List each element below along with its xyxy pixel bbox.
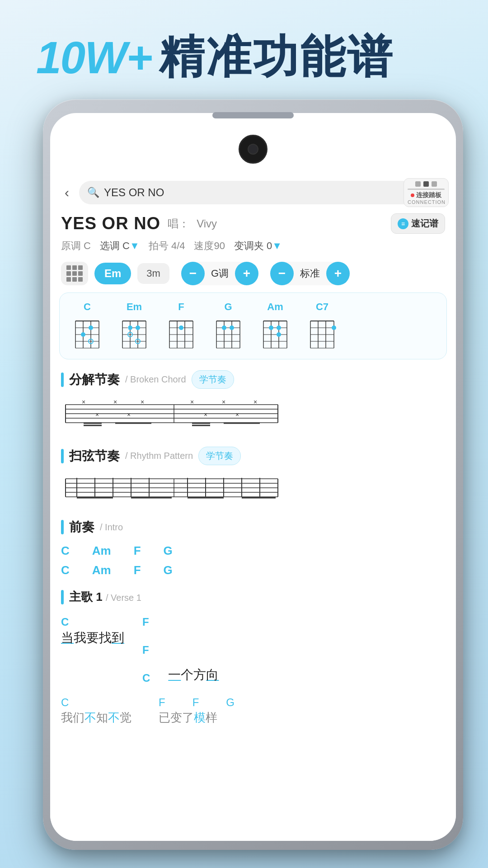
svg-text:1: 1: [127, 326, 129, 330]
standard-control: − 标准 +: [270, 262, 350, 285]
rhythm-title-en: / Rhythm Pattern: [125, 451, 193, 461]
svg-text:×: ×: [222, 398, 225, 406]
quick-memo-icon: ≡: [398, 218, 408, 229]
header-number: 10W+: [36, 32, 152, 84]
chord-item-G[interactable]: G: [208, 301, 249, 353]
g-tune-label: G调: [205, 267, 235, 280]
broken-chord-notation: × × × × × × × × × ×: [61, 394, 445, 435]
chord-item-Em[interactable]: Em 1: [114, 301, 155, 353]
broken-chord-header: 分解节奏 / Broken Chord 学节奏: [50, 366, 456, 392]
chord-item-F[interactable]: F: [161, 301, 202, 353]
lyric-text-dang: 当我要找到: [61, 629, 124, 646]
intro-chord-Am2: Am: [92, 563, 111, 577]
intro-chord-C2: C: [61, 563, 70, 577]
quick-memo-button[interactable]: ≡ 速记谱: [391, 213, 445, 234]
connection-sub: CONNECTION: [408, 199, 445, 205]
standard-label: 标准: [294, 267, 326, 280]
lyric-group-C: C 当我要找到: [61, 615, 124, 646]
svg-point-58: [277, 332, 281, 337]
chord-name-Em: Em: [127, 301, 142, 313]
back-button[interactable]: ‹: [61, 183, 73, 202]
intro-header: 前奏 / Intro: [50, 514, 456, 538]
lyric-group-FF: F F C: [142, 615, 150, 685]
svg-text:×: ×: [204, 411, 207, 418]
chord-diagram-G: [212, 316, 244, 353]
g-tune-minus[interactable]: −: [181, 262, 205, 285]
song-singer-label: 唱：: [168, 217, 189, 231]
svg-text:×: ×: [141, 398, 144, 406]
g-tune-control: − G调 +: [181, 262, 258, 285]
lyric-text-yi: 一个方向: [168, 666, 219, 685]
em-button[interactable]: Em: [94, 263, 131, 284]
connection-text: 连接踏板: [416, 191, 441, 199]
tool-row: Em 3m − G调 + − 标准 +: [50, 257, 456, 290]
connection-widget[interactable]: 连接踏板 CONNECTION: [404, 178, 449, 207]
song-singer: Vivy: [197, 217, 217, 230]
chord-diagram-Am: [259, 316, 291, 353]
quick-memo-text: 速记谱: [411, 217, 438, 230]
svg-text:×: ×: [190, 398, 194, 406]
svg-text:×: ×: [127, 411, 131, 418]
search-box[interactable]: 🔍 YES OR NO ×: [79, 181, 445, 204]
lyric-chord-F2: F: [142, 643, 149, 657]
header-text: 精准功能谱: [159, 27, 394, 88]
grid-button[interactable]: [61, 262, 88, 285]
chord-name-C7: C7: [316, 301, 328, 313]
selected-key[interactable]: 选调 C▼: [100, 239, 140, 253]
svg-point-68: [332, 326, 336, 330]
chord-item-C7[interactable]: C7: [302, 301, 343, 353]
svg-point-46: [230, 326, 234, 330]
rhythm-title-cn: 扫弦节奏: [69, 448, 120, 465]
connection-label: 连接踏板: [408, 191, 445, 199]
standard-plus[interactable]: +: [326, 262, 350, 285]
chord-item-Am[interactable]: Am: [255, 301, 296, 353]
grid-icon: [66, 265, 83, 282]
connection-dot-2: [423, 181, 429, 187]
svg-text:×: ×: [95, 411, 99, 418]
svg-text:×: ×: [82, 398, 85, 406]
chord-name-C: C: [84, 301, 91, 313]
chord-item-C[interactable]: C: [67, 301, 108, 353]
section-bar-rhythm: [61, 449, 64, 463]
svg-text:×: ×: [235, 411, 239, 418]
chord-card: C: [59, 292, 447, 359]
screen-content: ‹ 🔍 YES OR NO ×: [50, 172, 456, 841]
section-bar-broken: [61, 373, 64, 387]
standard-minus[interactable]: −: [270, 262, 294, 285]
g-tune-plus[interactable]: +: [235, 262, 258, 285]
svg-point-23: [136, 326, 140, 330]
intro-chord-Am1: Am: [92, 544, 111, 558]
svg-point-10: [81, 332, 85, 337]
capo-text: 变调夹 0: [234, 240, 272, 251]
chord-name-F: F: [178, 301, 184, 313]
connection-dot-1: [415, 181, 421, 187]
lyric-chord-C: C: [61, 615, 69, 629]
verse1-content: C 当我要找到 F F C: [50, 608, 456, 688]
broken-chord-title-en: / Broken Chord: [125, 374, 186, 385]
phone-top-bar: [212, 112, 294, 118]
intro-line-2: C Am F G: [61, 561, 445, 580]
3m-button[interactable]: 3m: [137, 263, 169, 284]
broken-chord-learn-button[interactable]: 学节奏: [192, 370, 234, 389]
search-input[interactable]: YES OR NO: [104, 186, 420, 199]
section-bar-intro: [61, 520, 64, 534]
svg-point-35: [179, 326, 183, 330]
connection-red-dot: [411, 193, 414, 197]
svg-point-57: [277, 326, 281, 330]
chord-name-G: G: [224, 301, 232, 313]
phone-screen: ‹ 🔍 YES OR NO ×: [50, 113, 456, 841]
intro-chord-F2: F: [134, 563, 141, 577]
rhythm-learn-button[interactable]: 学节奏: [198, 447, 241, 465]
info-row: 原调 C 选调 C▼ 拍号 4/4 速度90 变调夹 0▼: [50, 236, 456, 257]
intro-title-cn: 前奏: [69, 519, 94, 536]
song-title: YES OR NO: [61, 214, 160, 233]
song-title-row: YES OR NO 唱： Vivy ≡ 速记谱: [50, 209, 456, 236]
intro-chord-F1: F: [134, 544, 141, 558]
intro-chord-G2: G: [164, 563, 173, 577]
connection-dots: [408, 181, 445, 187]
intro-chord-G1: G: [164, 544, 173, 558]
connection-dot-3: [432, 181, 437, 187]
capo[interactable]: 变调夹 0▼: [234, 239, 282, 253]
lyric-chord-C3: C: [142, 671, 150, 685]
chord-name-Am: Am: [267, 301, 283, 313]
